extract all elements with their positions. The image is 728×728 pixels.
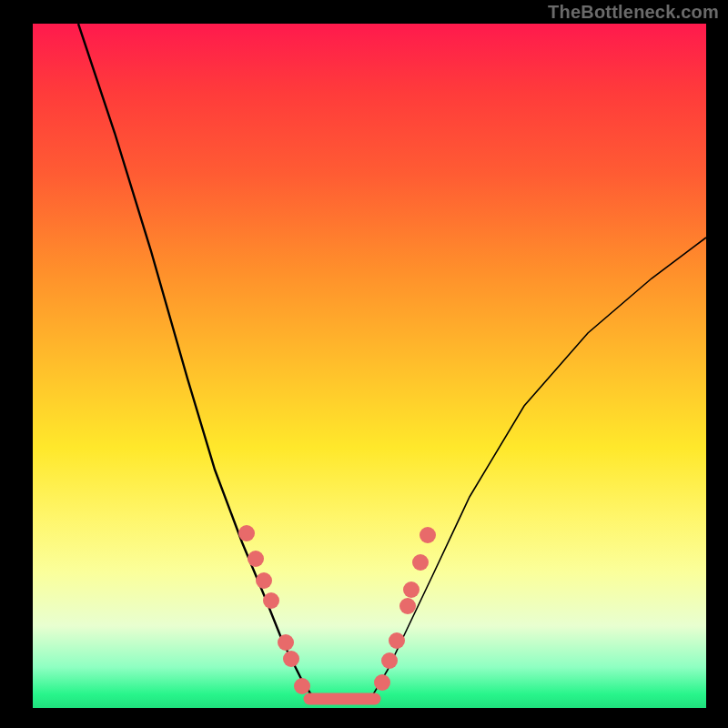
valley-dot bbox=[278, 634, 294, 651]
curve-svg bbox=[33, 24, 706, 708]
valley-dot bbox=[389, 632, 405, 649]
valley-dot bbox=[403, 581, 420, 598]
valley-dot bbox=[420, 527, 436, 543]
chart-frame: TheBottleneck.com bbox=[0, 0, 728, 728]
valley-dots-group bbox=[238, 525, 436, 694]
right-branch-line bbox=[369, 238, 706, 701]
valley-dot bbox=[238, 525, 255, 541]
watermark-text: TheBottleneck.com bbox=[548, 2, 719, 23]
valley-dot bbox=[412, 554, 429, 571]
valley-dot bbox=[374, 674, 390, 691]
valley-dot bbox=[248, 551, 264, 567]
valley-dot bbox=[283, 651, 299, 667]
valley-dot bbox=[256, 572, 272, 589]
valley-dot bbox=[381, 652, 398, 669]
valley-dot bbox=[399, 598, 416, 614]
valley-dot bbox=[294, 678, 310, 694]
left-branch-line bbox=[78, 24, 315, 701]
plot-area bbox=[33, 24, 706, 708]
valley-dot bbox=[263, 592, 279, 609]
